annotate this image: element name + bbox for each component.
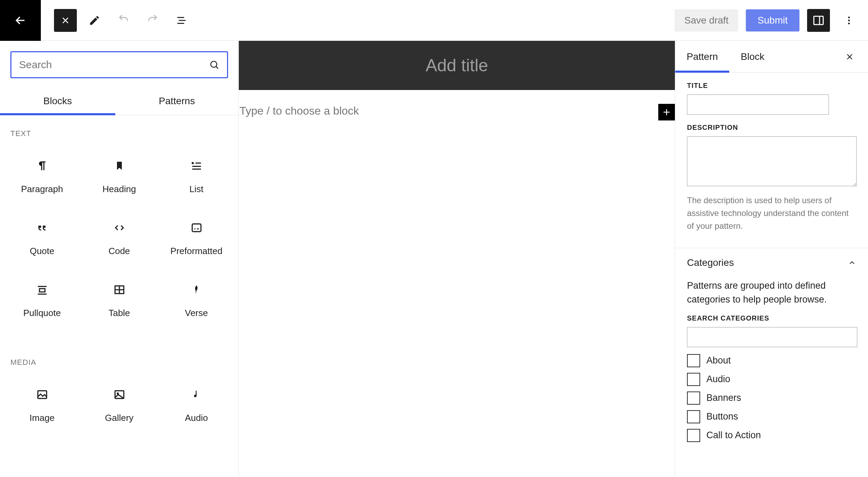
svg-rect-15 (39, 289, 45, 292)
close-icon (845, 52, 855, 62)
list-icon (190, 159, 203, 172)
list-view-icon (176, 15, 188, 26)
block-label: Table (108, 308, 130, 318)
svg-rect-11 (192, 224, 201, 232)
block-label: Code (108, 246, 130, 256)
svg-point-5 (211, 61, 217, 68)
chevron-up-icon (848, 259, 856, 267)
search-blocks-container (10, 51, 228, 78)
category-label-media: MEDIA (0, 351, 238, 373)
block-verse[interactable]: Verse (158, 268, 235, 330)
more-vertical-icon (844, 15, 854, 26)
preformatted-icon (190, 221, 203, 234)
category-label-text: TEXT (0, 122, 238, 144)
sidebar-icon (812, 14, 825, 27)
category-checkbox-about[interactable]: About (687, 354, 856, 367)
image-icon (36, 388, 49, 401)
back-button[interactable] (0, 0, 41, 41)
block-label: Pullquote (23, 308, 61, 318)
category-label: About (706, 355, 731, 366)
svg-point-22 (117, 393, 118, 394)
editor-header: Save draft Submit (0, 0, 868, 41)
block-image[interactable]: Image (3, 373, 81, 435)
block-heading[interactable]: Heading (81, 144, 158, 206)
svg-rect-0 (814, 16, 823, 25)
block-label: Verse (185, 308, 208, 318)
block-label: Heading (102, 184, 136, 195)
search-categories-label: SEARCH CATEGORIES (687, 314, 856, 322)
pattern-title-input[interactable] (687, 94, 829, 115)
svg-point-2 (848, 16, 850, 18)
tools-button[interactable] (83, 9, 106, 32)
pattern-description-input[interactable] (687, 136, 857, 186)
block-label: Audio (185, 413, 208, 423)
edit-icon (89, 15, 100, 26)
code-icon (113, 221, 126, 234)
block-label: Preformatted (170, 246, 222, 256)
category-checkbox-call-to-action[interactable]: Call to Action (687, 429, 856, 442)
category-checkbox-audio[interactable]: Audio (687, 373, 856, 386)
categories-section-toggle[interactable]: Categories (675, 248, 868, 277)
tab-pattern[interactable]: Pattern (675, 41, 729, 72)
svg-rect-20 (38, 391, 46, 398)
block-list[interactable]: List (158, 144, 235, 206)
tab-blocks[interactable]: Blocks (0, 89, 115, 115)
more-menu-button[interactable] (838, 9, 860, 32)
categories-header-label: Categories (687, 257, 734, 268)
add-block-button[interactable] (658, 104, 675, 120)
settings-sidebar: Pattern Block TITLE DESCRIPTION The desc… (675, 41, 868, 477)
svg-point-4 (848, 22, 850, 24)
block-audio[interactable]: Audio (158, 373, 235, 435)
category-label: Buttons (706, 411, 738, 422)
block-pullquote[interactable]: Pullquote (3, 268, 81, 330)
close-sidebar-button[interactable] (841, 48, 858, 65)
bookmark-icon (115, 161, 124, 171)
block-preformatted[interactable]: Preformatted (158, 206, 235, 268)
block-label: Paragraph (21, 184, 63, 195)
block-inserter-panel: Blocks Patterns TEXT Paragraph Heading (0, 41, 239, 477)
block-label: Image (29, 413, 54, 423)
block-paragraph[interactable]: Paragraph (3, 144, 81, 206)
tab-patterns[interactable]: Patterns (115, 89, 238, 115)
description-help-text: The description is used to help users of… (687, 194, 856, 233)
close-icon (60, 15, 71, 26)
undo-icon (118, 15, 129, 26)
search-input[interactable] (19, 59, 209, 71)
svg-point-7 (192, 163, 193, 164)
redo-icon (147, 15, 159, 26)
block-table[interactable]: Table (81, 268, 158, 330)
document-overview-button[interactable] (170, 9, 193, 32)
category-checkbox-banners[interactable]: Banners (687, 392, 856, 405)
svg-point-3 (848, 19, 850, 21)
editor-canvas: Add title Type / to choose a block (239, 41, 675, 477)
search-icon (209, 60, 219, 70)
title-field-label: TITLE (687, 82, 856, 90)
undo-button[interactable] (112, 9, 135, 32)
settings-sidebar-toggle[interactable] (807, 9, 830, 32)
tab-block[interactable]: Block (729, 41, 776, 72)
audio-icon (191, 388, 202, 401)
block-code[interactable]: Code (81, 206, 158, 268)
paragraph-icon (36, 159, 49, 172)
plus-icon (661, 107, 672, 117)
submit-button[interactable]: Submit (746, 9, 799, 32)
redo-button[interactable] (141, 9, 164, 32)
description-field-label: DESCRIPTION (687, 124, 856, 132)
quote-icon (36, 221, 49, 234)
gallery-icon (113, 388, 126, 401)
category-label: Audio (706, 374, 730, 385)
block-gallery[interactable]: Gallery (81, 373, 158, 435)
arrow-left-icon (13, 14, 27, 27)
save-draft-button[interactable]: Save draft (675, 9, 738, 32)
table-icon (113, 283, 126, 296)
search-categories-input[interactable] (687, 327, 857, 347)
category-label: Banners (706, 393, 741, 403)
block-label: Gallery (105, 413, 133, 423)
block-quote[interactable]: Quote (3, 206, 81, 268)
default-block-prompt[interactable]: Type / to choose a block (239, 105, 675, 117)
category-checkbox-buttons[interactable]: Buttons (687, 410, 856, 423)
close-inserter-button[interactable] (54, 9, 77, 32)
post-title-input[interactable]: Add title (239, 41, 675, 90)
pullquote-icon (36, 283, 49, 296)
verse-icon (191, 283, 202, 296)
